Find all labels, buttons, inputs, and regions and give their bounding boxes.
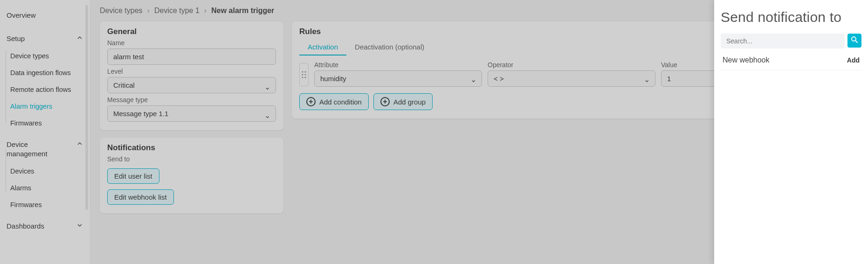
svg-point-6 [852,37,856,41]
modal-overlay[interactable]: Send notification to New webhook Add [0,0,868,264]
send-notification-drawer: Send notification to New webhook Add [714,0,868,264]
search-icon [850,35,859,46]
search-button[interactable] [847,34,861,48]
search-input[interactable] [721,34,845,49]
svg-line-7 [855,41,858,43]
result-label: New webhook [723,56,770,64]
result-row-new-webhook: New webhook Add [721,50,861,70]
drawer-title: Send notification to [721,9,861,25]
add-button[interactable]: Add [847,56,860,64]
